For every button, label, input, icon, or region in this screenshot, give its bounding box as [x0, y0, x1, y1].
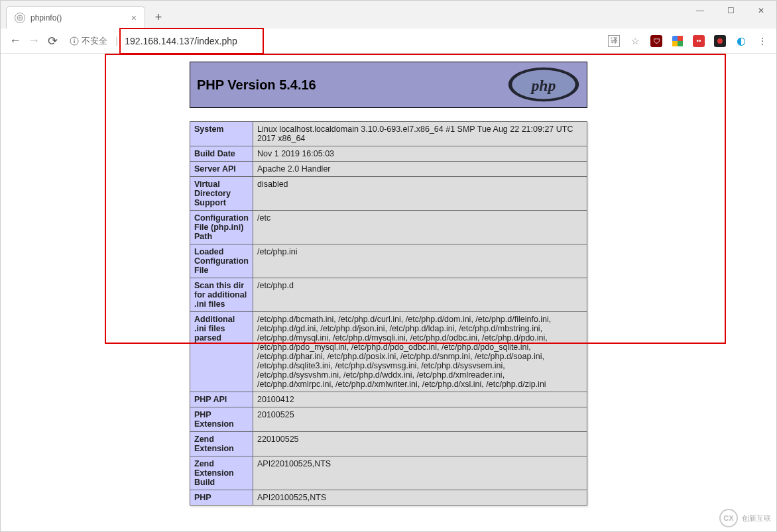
- row-key: PHP Extension: [190, 407, 253, 432]
- phpinfo-header: PHP Version 5.4.16 php: [190, 62, 587, 108]
- watermark-logo-icon: CX: [719, 509, 738, 527]
- row-value: /etc/php.ini: [253, 244, 587, 278]
- browser-tab[interactable]: phpinfo() ×: [6, 6, 145, 28]
- table-row: PHP API20100412: [190, 392, 587, 407]
- row-value: API20100525,NTS: [253, 490, 587, 505]
- row-key: Server API: [190, 162, 253, 177]
- row-value: Linux localhost.localdomain 3.10.0-693.e…: [253, 122, 587, 146]
- php-logo-icon: php: [507, 66, 580, 103]
- page-viewport[interactable]: PHP Version 5.4.16 php SystemLinux local…: [1, 54, 776, 531]
- row-value: 220100525: [253, 432, 587, 456]
- row-value: /etc/php.d: [253, 278, 587, 312]
- window-controls: — ☐ ✕: [685, 1, 776, 21]
- table-row: Build DateNov 1 2019 16:05:03: [190, 146, 587, 162]
- table-row: Additional .ini files parsed/etc/php.d/b…: [190, 312, 587, 392]
- row-key: Zend Extension: [190, 432, 253, 456]
- row-value: 20100412: [253, 392, 587, 407]
- row-value: Apache 2.0 Handler: [253, 162, 587, 177]
- extension-icon[interactable]: ◐: [735, 35, 747, 47]
- google-ext-icon[interactable]: [672, 35, 684, 47]
- row-value: Nov 1 2019 16:05:03: [253, 146, 587, 162]
- adblock-icon[interactable]: 🛡: [650, 35, 662, 47]
- row-value: 20100525: [253, 407, 587, 432]
- maximize-button[interactable]: ☐: [715, 1, 746, 21]
- minimize-button[interactable]: —: [685, 1, 715, 21]
- watermark: CX 创新互联: [719, 509, 771, 527]
- row-value: API220100525,NTS: [253, 456, 587, 490]
- row-key: Loaded Configuration File: [190, 244, 253, 278]
- table-row: Zend Extension220100525: [190, 432, 587, 456]
- translate-icon[interactable]: 译: [608, 35, 620, 47]
- page-title: PHP Version 5.4.16: [197, 78, 316, 93]
- privacy-mask-icon[interactable]: ••: [693, 35, 705, 47]
- row-key: Zend Extension Build: [190, 456, 253, 490]
- row-key: Additional .ini files parsed: [190, 312, 253, 392]
- row-key: System: [190, 122, 253, 146]
- row-value: disabled: [253, 177, 587, 211]
- row-value: /etc: [253, 211, 587, 244]
- svg-point-2: [74, 38, 75, 40]
- url-input[interactable]: [122, 32, 261, 50]
- toolbar: ← → ⟳ 不安全 | 译 ☆ 🛡 •• ◐ ⋮: [1, 28, 776, 54]
- phpinfo-block: PHP Version 5.4.16 php SystemLinux local…: [190, 62, 587, 505]
- row-key: Build Date: [190, 146, 253, 162]
- row-key: Configuration File (php.ini) Path: [190, 211, 253, 244]
- svg-rect-6: [672, 41, 678, 46]
- titlebar: phpinfo() × + — ☐ ✕: [1, 1, 776, 28]
- row-key: PHP: [190, 490, 253, 505]
- forward-button[interactable]: →: [25, 32, 43, 50]
- svg-rect-7: [678, 41, 683, 46]
- table-row: PHP Extension20100525: [190, 407, 587, 432]
- svg-rect-3: [74, 40, 74, 43]
- table-row: Server APIApache 2.0 Handler: [190, 162, 587, 177]
- table-row: Virtual Directory Supportdisabled: [190, 177, 587, 211]
- table-row: Loaded Configuration File/etc/php.ini: [190, 244, 587, 278]
- watermark-text: 创新互联: [742, 513, 771, 523]
- table-row: Configuration File (php.ini) Path/etc: [190, 211, 587, 244]
- row-key: Virtual Directory Support: [190, 177, 253, 211]
- toolbar-extensions: 译 ☆ 🛡 •• ◐ ⋮: [608, 35, 771, 47]
- table-row: SystemLinux localhost.localdomain 3.10.0…: [190, 122, 587, 146]
- tab-title: phpinfo(): [30, 13, 62, 23]
- tab-close-icon[interactable]: ×: [131, 13, 137, 23]
- screenshot-icon[interactable]: [714, 35, 726, 47]
- close-window-button[interactable]: ✕: [746, 1, 776, 21]
- bookmark-star-icon[interactable]: ☆: [629, 35, 641, 47]
- security-label: 不安全: [82, 35, 107, 47]
- browser-menu-icon[interactable]: ⋮: [756, 35, 768, 47]
- svg-rect-5: [678, 36, 683, 41]
- back-button[interactable]: ←: [6, 32, 25, 50]
- row-value: /etc/php.d/bcmath.ini, /etc/php.d/curl.i…: [253, 312, 587, 392]
- url-highlight-annotation: [122, 32, 261, 50]
- svg-text:php: php: [530, 77, 556, 94]
- table-row: Scan this dir for additional .ini files/…: [190, 278, 587, 312]
- browser-window: phpinfo() × + — ☐ ✕ ← → ⟳ 不安全 | 译 ☆: [0, 0, 777, 532]
- favicon-icon: [15, 13, 25, 23]
- table-row: Zend Extension BuildAPI220100525,NTS: [190, 456, 587, 490]
- security-indicator[interactable]: 不安全: [66, 35, 111, 47]
- phpinfo-table: SystemLinux localhost.localdomain 3.10.0…: [190, 121, 587, 505]
- info-icon: [70, 36, 79, 46]
- reload-button[interactable]: ⟳: [43, 32, 62, 50]
- row-key: PHP API: [190, 392, 253, 407]
- address-bar[interactable]: 不安全 |: [66, 32, 604, 50]
- new-tab-button[interactable]: +: [149, 8, 168, 27]
- row-key: Scan this dir for additional .ini files: [190, 278, 253, 312]
- table-row: PHPAPI20100525,NTS: [190, 490, 587, 505]
